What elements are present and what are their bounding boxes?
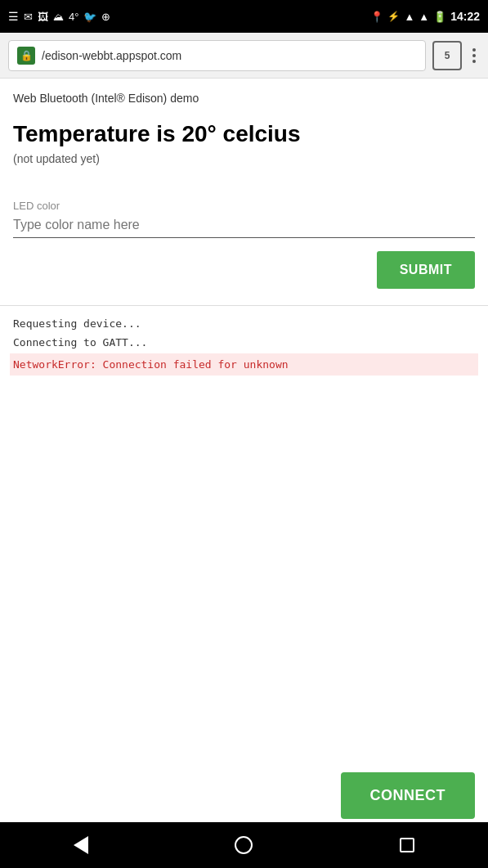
menu-dot-3 (472, 60, 476, 63)
email-icon: ✉ (24, 11, 33, 23)
page-content: Web Bluetooth (Intel® Edison) demo Tempe… (0, 79, 488, 289)
log-line-3-error: NetworkError: Connection failed for unkn… (10, 353, 478, 376)
signal-icon: ▲ (419, 11, 429, 23)
home-icon (235, 836, 253, 854)
log-line-1: Requesting device... (13, 314, 475, 333)
led-section: LED color (13, 198, 475, 238)
chrome-icon: ⊕ (101, 11, 110, 23)
lock-icon: 🔒 (17, 47, 35, 65)
submit-button[interactable]: SUBMIT (377, 251, 475, 289)
home-button[interactable] (235, 836, 253, 854)
image-icon: 🖼 (38, 11, 48, 23)
temperature-subtitle: (not updated yet) (13, 152, 475, 165)
battery-icon: 🔋 (433, 11, 446, 23)
mountain-icon: ⛰ (53, 11, 64, 23)
back-button[interactable] (74, 836, 88, 854)
browser-menu-button[interactable] (468, 44, 480, 67)
bottom-nav (0, 822, 488, 868)
time-display: 14:22 (450, 10, 480, 23)
hamburger-icon: ☰ (8, 10, 19, 23)
log-line-2: Connecting to GATT... (13, 333, 475, 352)
log-section: Requesting device... Connecting to GATT.… (0, 306, 488, 385)
wifi-icon: ▲ (404, 11, 414, 23)
led-label: LED color (13, 200, 60, 212)
address-bar[interactable]: 🔒 /edison-webbt.appspot.com (8, 40, 426, 71)
temp-label: 4° (69, 11, 78, 23)
temperature-heading: Temperature is 20° celcius (13, 121, 475, 147)
status-bar-right: 📍 ⚡ ▲ ▲ 🔋 14:22 (370, 10, 480, 23)
location-icon: 📍 (370, 11, 383, 23)
menu-dot-2 (472, 54, 476, 57)
status-bar-left: ☰ ✉ 🖼 ⛰ 4° 🐦 ⊕ (8, 10, 110, 23)
page-title: Web Bluetooth (Intel® Edison) demo (13, 92, 475, 105)
led-color-input[interactable] (13, 213, 475, 238)
back-icon (74, 836, 88, 854)
url-text: /edison-webbt.appspot.com (42, 49, 417, 62)
connect-area: CONNECT (341, 772, 476, 819)
connect-button[interactable]: CONNECT (341, 772, 476, 819)
status-bar: ☰ ✉ 🖼 ⛰ 4° 🐦 ⊕ 📍 ⚡ ▲ ▲ 🔋 14:22 (0, 0, 488, 33)
tab-button[interactable]: 5 (432, 41, 462, 70)
tab-count: 5 (445, 50, 450, 61)
bluetooth-icon: ⚡ (387, 11, 400, 22)
submit-row: SUBMIT (13, 251, 475, 289)
recent-icon (400, 838, 414, 852)
menu-dot-1 (472, 48, 476, 52)
recent-button[interactable] (400, 838, 414, 852)
twitter-icon: 🐦 (83, 11, 96, 23)
browser-bar: 🔒 /edison-webbt.appspot.com 5 (0, 33, 488, 79)
